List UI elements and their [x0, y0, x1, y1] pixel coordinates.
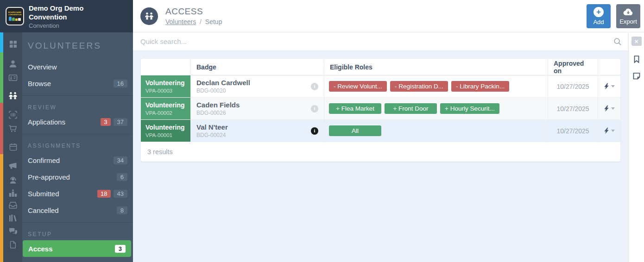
logo-art — [9, 17, 21, 21]
info-icon[interactable]: i — [311, 105, 318, 112]
badge-cell: Val N'teer BDG-00024 i — [191, 120, 324, 142]
approved-on-cell: 10/27/2025 — [548, 98, 598, 120]
barcode-scan-icon[interactable] — [7, 109, 19, 120]
breadcrumb: Volunteers / Setup — [165, 18, 587, 25]
search-icon[interactable] — [613, 37, 622, 46]
org-subtitle: Convention — [29, 22, 98, 29]
page-header: ACCESS Volunteers / Setup Add Export — [133, 0, 644, 32]
support-agent-icon[interactable] — [7, 175, 19, 186]
sidebar: BOARDGAMECONVENTION Demo Org Demo Conven… — [0, 0, 133, 262]
info-icon[interactable]: i — [311, 83, 318, 90]
library-icon[interactable] — [7, 212, 19, 224]
search-bar — [133, 32, 628, 51]
volunteers-icon[interactable] — [7, 90, 19, 101]
results-count: 3 results — [141, 142, 620, 162]
sidebar-item-pre-approved[interactable]: Pre-approved 6 — [22, 168, 133, 185]
role-pill[interactable]: - Review Volunt... — [329, 81, 387, 92]
rail-color-strip — [0, 32, 3, 262]
lightning-icon — [604, 105, 609, 112]
dashboard-icon[interactable] — [7, 38, 19, 50]
menu-divider — [22, 134, 133, 134]
app-window: BOARDGAMECONVENTION Demo Org Demo Conven… — [0, 0, 644, 262]
role-pill[interactable]: + Flea Market — [329, 103, 381, 114]
row-actions-dropdown[interactable] — [598, 98, 620, 120]
approved-on-cell: 10/27/2025 — [548, 75, 598, 98]
add-button[interactable]: Add — [587, 4, 611, 28]
lightning-icon — [604, 83, 609, 90]
page-title: ACCESS — [165, 6, 587, 17]
search-input[interactable] — [140, 37, 613, 45]
note-icon[interactable] — [632, 72, 641, 82]
breadcrumb-current: Setup — [205, 18, 222, 25]
user-icon[interactable] — [7, 58, 19, 69]
count-badge: 34 — [114, 156, 127, 164]
role-pill[interactable]: + Front Door — [385, 103, 437, 114]
org-header[interactable]: BOARDGAMECONVENTION Demo Org Demo Conven… — [0, 0, 133, 32]
roles-cell: + Flea Market + Front Door + Hourly Secu… — [324, 98, 548, 120]
row-actions-dropdown[interactable] — [598, 75, 620, 98]
breadcrumb-volunteers-link[interactable]: Volunteers — [165, 18, 196, 25]
menu-heading: VOLUNTEERS — [22, 38, 133, 58]
table-row[interactable]: Volunteering VPA-00001 Val N'teer BDG-00… — [141, 120, 620, 142]
info-icon[interactable]: i — [311, 127, 318, 135]
document-icon[interactable] — [7, 239, 19, 250]
volunteering-label: Volunteering VPA-00002 — [141, 98, 191, 120]
person-name: Caden Fields — [196, 101, 240, 110]
role-pill[interactable]: All — [329, 125, 381, 136]
row-actions-dropdown[interactable] — [598, 120, 620, 142]
sidebar-item-applications[interactable]: Applications 3 37 — [22, 113, 133, 130]
shopping-cart-icon[interactable] — [7, 123, 19, 134]
strip-orange — [0, 154, 3, 262]
role-pill[interactable]: - Library Packin... — [451, 81, 509, 92]
count-badge: 6 — [117, 173, 127, 181]
volunteers-icon — [144, 12, 154, 20]
col-roles: Eligible Roles — [324, 59, 548, 75]
megaphone-icon[interactable] — [7, 161, 19, 172]
person-name: Val N'teer — [196, 123, 228, 132]
table-row[interactable]: Volunteering VPA-00002 Caden Fields BDG-… — [141, 98, 620, 120]
approved-on-cell: 10/27/2025 — [548, 120, 598, 142]
chat-icon[interactable] — [7, 225, 19, 237]
inbox-tray-icon[interactable] — [7, 200, 19, 211]
roles-cell: All — [324, 120, 548, 142]
icon-rail — [0, 32, 22, 262]
breadcrumb-separator: / — [200, 18, 202, 25]
strip-red — [0, 103, 3, 154]
cloud-download-icon — [622, 7, 634, 17]
access-page-icon — [140, 7, 158, 25]
role-pill[interactable]: + Hourly Securit... — [440, 103, 499, 114]
section-review: REVIEW — [22, 100, 133, 113]
count-badge: 37 — [114, 118, 127, 126]
sidebar-item-cancelled[interactable]: Cancelled 8 — [22, 202, 133, 218]
menu-divider — [22, 95, 133, 96]
org-title: Demo Org Demo Convention — [29, 4, 98, 22]
roles-cell: - Review Volunt... - Registration D... -… — [324, 75, 548, 98]
badge-id: BDG-00024 — [196, 132, 228, 138]
calendar-icon[interactable] — [7, 141, 19, 152]
lightning-icon — [604, 127, 609, 134]
alert-badge: 18 — [97, 190, 110, 198]
sidebar-item-access[interactable]: Access 3 — [23, 240, 131, 257]
bookmark-icon[interactable] — [632, 55, 641, 65]
volunteers-menu: VOLUNTEERS Overview Browse 16 REVIEW App… — [22, 32, 133, 262]
ranking-icon[interactable] — [7, 187, 19, 199]
alert-badge: 3 — [101, 118, 110, 126]
count-badge: 8 — [117, 206, 127, 214]
col-badge: Badge — [191, 59, 324, 75]
export-button[interactable]: Export — [616, 4, 640, 28]
close-icon[interactable] — [631, 37, 642, 46]
table-row[interactable]: Volunteering VPA-00003 Declan Cardwell B… — [141, 75, 620, 98]
chevron-down-icon — [611, 130, 615, 132]
sidebar-item-browse[interactable]: Browse 16 — [22, 75, 133, 92]
sidebar-item-overview[interactable]: Overview — [22, 58, 133, 75]
section-setup: SETUP — [22, 226, 133, 240]
sidebar-item-confirmed[interactable]: Confirmed 34 — [22, 152, 133, 168]
sidebar-item-submitted[interactable]: Submitted 18 43 — [22, 185, 133, 202]
menu-divider — [22, 222, 133, 223]
convention-logo: BOARDGAMECONVENTION — [6, 7, 24, 25]
badge-card-icon[interactable] — [7, 72, 19, 83]
role-pill[interactable]: - Registration D... — [390, 81, 448, 92]
strip-blue — [0, 32, 3, 52]
col-actions — [598, 59, 620, 75]
utility-rail — [628, 32, 644, 262]
